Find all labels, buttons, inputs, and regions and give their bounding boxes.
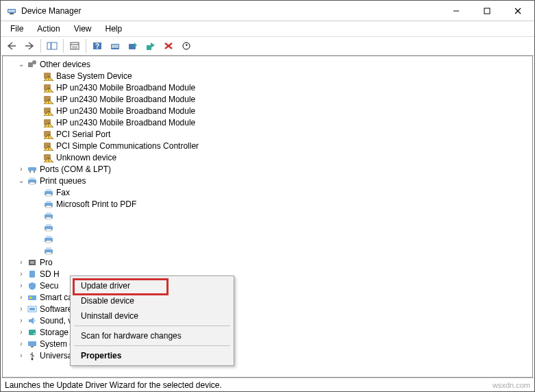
chevron-down-icon[interactable]: ⌄	[16, 60, 26, 69]
context-sep	[74, 345, 230, 346]
svg-rect-47	[46, 189, 51, 191]
svg-rect-57	[46, 229, 51, 231]
svg-text:!: !	[48, 76, 49, 81]
tree-item[interactable]: Fax	[3, 186, 532, 198]
update-driver-button[interactable]	[125, 38, 141, 54]
menu-help[interactable]: Help	[100, 23, 128, 35]
tree-node-processors[interactable]: ›Pro	[3, 256, 532, 268]
tree-item[interactable]	[3, 210, 532, 221]
chevron-right-icon[interactable]: ›	[16, 351, 26, 360]
tree-item[interactable]: Microsoft Print to PDF	[3, 198, 532, 210]
tree-item[interactable]: !HP un2430 Mobile Broadband Module	[3, 117, 532, 128]
printer-icon	[42, 222, 55, 233]
svg-rect-41	[29, 171, 31, 173]
svg-rect-54	[46, 217, 51, 219]
svg-rect-65	[30, 261, 34, 264]
warning-device-icon: !	[42, 106, 55, 117]
printer-icon	[42, 234, 55, 245]
context-scan-hardware[interactable]: Scan for hardware changes	[73, 328, 232, 343]
toolbar-sep	[86, 39, 86, 53]
titlebar: Device Manager	[1, 1, 534, 21]
svg-rect-8	[51, 42, 57, 49]
toolbar-sep	[63, 39, 64, 53]
enable-button[interactable]	[142, 38, 159, 54]
legacy-scan-button[interactable]	[178, 38, 195, 54]
warning-device-icon: !	[42, 129, 55, 140]
menu-action[interactable]: Action	[32, 23, 65, 35]
tree-item[interactable]	[3, 233, 532, 245]
tree-item[interactable]: !Base System Device	[3, 70, 532, 82]
menu-file[interactable]: File	[5, 23, 29, 35]
tree-item[interactable]: !HP un2430 Mobile Broadband Module	[3, 93, 532, 105]
tree-node-print-queues[interactable]: ⌄ Print queues	[3, 175, 532, 186]
svg-rect-45	[29, 182, 35, 184]
svg-text:!: !	[48, 111, 49, 116]
chevron-right-icon[interactable]: ›	[16, 316, 26, 326]
svg-rect-59	[46, 236, 51, 238]
sd-icon	[26, 269, 38, 280]
tree-label: HP un2430 Mobile Broadband Module	[56, 83, 195, 93]
app-icon	[6, 5, 17, 16]
tree-node-other-devices[interactable]: ⌄ Other devices	[3, 58, 532, 70]
tree-label: HP un2430 Mobile Broadband Module	[56, 95, 195, 104]
svg-rect-4	[484, 8, 490, 14]
properties-button[interactable]	[66, 38, 83, 54]
device-tree[interactable]: ⌄ Other devices !Base System Device !HP …	[2, 56, 533, 378]
tree-item[interactable]: !PCI Serial Port	[3, 128, 532, 140]
svg-point-75	[32, 358, 34, 360]
help-button[interactable]: ?	[89, 38, 105, 54]
show-hide-tree-button[interactable]	[44, 38, 60, 54]
minimize-button[interactable]	[440, 1, 471, 21]
chevron-down-icon[interactable]: ⌄	[16, 176, 26, 186]
context-disable-device[interactable]: Disable device	[73, 293, 232, 308]
back-button[interactable]	[3, 38, 20, 54]
tree-item[interactable]: !PCI Simple Communications Controller	[3, 140, 532, 151]
tree-item[interactable]	[3, 245, 532, 256]
chevron-right-icon[interactable]: ›	[16, 339, 26, 349]
tree-item[interactable]: !Unknown device	[3, 151, 532, 163]
tree-item[interactable]: !HP un2430 Mobile Broadband Module	[3, 105, 532, 117]
svg-rect-40	[28, 167, 36, 171]
tree-item[interactable]: !HP un2430 Mobile Broadband Module	[3, 82, 532, 93]
menu-view[interactable]: View	[69, 23, 97, 35]
printer-icon	[26, 175, 38, 186]
tree-label: Base System Device	[56, 71, 132, 81]
svg-text:!: !	[48, 134, 49, 139]
uninstall-button[interactable]	[160, 38, 177, 54]
security-icon	[26, 280, 38, 291]
tree-label: Unknown device	[56, 153, 116, 162]
printer-icon	[42, 245, 55, 256]
chevron-right-icon[interactable]: ›	[16, 269, 26, 279]
chevron-right-icon[interactable]: ›	[16, 304, 26, 314]
maximize-button[interactable]	[471, 1, 502, 21]
tree-label: HP un2430 Mobile Broadband Module	[56, 118, 195, 127]
chevron-right-icon[interactable]: ›	[16, 164, 26, 174]
printer-icon	[42, 210, 55, 221]
chevron-right-icon[interactable]: ›	[16, 293, 26, 302]
chevron-right-icon[interactable]: ›	[16, 258, 26, 267]
context-sep	[74, 326, 230, 326]
svg-rect-7	[47, 42, 51, 49]
svg-text:!: !	[48, 88, 49, 93]
tree-item[interactable]	[3, 221, 532, 233]
tree-label: Ports (COM & LPT)	[40, 164, 111, 174]
close-button[interactable]	[502, 1, 533, 21]
warning-device-icon: !	[42, 71, 55, 82]
printer-icon	[42, 199, 55, 210]
forward-button[interactable]	[21, 38, 38, 54]
svg-rect-51	[46, 206, 51, 208]
context-update-driver[interactable]: Update driver	[73, 278, 232, 293]
svg-point-23	[32, 60, 36, 64]
context-uninstall-device[interactable]: Uninstall device	[73, 308, 232, 323]
svg-rect-70	[29, 308, 35, 310]
chevron-right-icon[interactable]: ›	[16, 328, 26, 337]
storage-icon	[26, 327, 38, 338]
svg-point-72	[34, 333, 35, 334]
warning-device-icon: !	[42, 94, 55, 105]
tree-node-ports[interactable]: › Ports (COM & LPT)	[3, 163, 532, 175]
other-devices-icon	[26, 59, 38, 70]
scan-button[interactable]	[107, 38, 123, 54]
chevron-right-icon[interactable]: ›	[16, 281, 26, 291]
context-properties[interactable]: Properties	[73, 348, 232, 363]
tree-label: Microsoft Print to PDF	[56, 199, 136, 209]
